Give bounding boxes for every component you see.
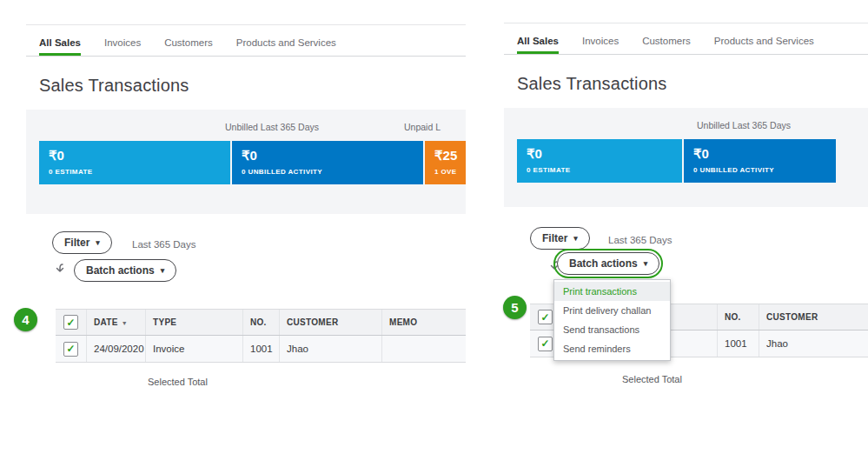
step-badge-4: 4 xyxy=(14,308,37,331)
row-checkbox[interactable]: ✓ xyxy=(538,337,553,351)
header-customer: CUSTOMER xyxy=(280,310,382,335)
overdue-label: 1 OVE xyxy=(434,168,466,176)
tab-products-and-services[interactable]: Products and Services xyxy=(714,36,814,54)
header-no: NO. xyxy=(718,304,759,330)
sales-tabs: All Sales Invoices Customers Products an… xyxy=(504,23,868,55)
money-tiles: ₹0 0 ESTIMATE ₹0 0 UNBILLED ACTIVITY xyxy=(517,139,836,183)
export-arrow-icon[interactable] xyxy=(53,262,67,276)
unbilled-label: 0 UNBILLED ACTIVITY xyxy=(693,166,826,174)
menu-item-print-delivery-challan[interactable]: Print delivery challan xyxy=(554,301,670,320)
table-row[interactable]: ✓ 24/09/2020 Invoice 1001 Jhao xyxy=(56,336,466,363)
batch-actions-button[interactable]: Batch actions ▾ xyxy=(557,252,659,275)
row-select-cell: ✓ xyxy=(56,336,87,362)
filter-button-label: Filter xyxy=(542,232,567,244)
unbilled-caption: Unbilled Last 365 Days xyxy=(225,122,319,132)
date-range-label: Last 365 Days xyxy=(132,239,196,250)
money-tiles: ₹0 0 ESTIMATE ₹0 0 UNBILLED ACTIVITY ₹25… xyxy=(39,141,466,184)
unbilled-label: 0 UNBILLED ACTIVITY xyxy=(242,168,414,176)
estimate-tile[interactable]: ₹0 0 ESTIMATE xyxy=(517,139,682,183)
chevron-down-icon: ▾ xyxy=(644,259,648,268)
sales-panel-left: All Sales Invoices Customers Products an… xyxy=(26,24,466,418)
estimate-amount: ₹0 xyxy=(49,148,221,164)
filter-button[interactable]: Filter ▾ xyxy=(52,231,112,254)
page-title: Sales Transactions xyxy=(517,74,868,94)
tab-customers[interactable]: Customers xyxy=(164,37,213,56)
menu-item-send-reminders[interactable]: Send reminders xyxy=(554,339,670,358)
sales-panel-right: All Sales Invoices Customers Products an… xyxy=(504,23,868,427)
date-range-label: Last 365 Days xyxy=(608,235,673,245)
unbilled-tile[interactable]: ₹0 0 UNBILLED ACTIVITY xyxy=(232,141,423,184)
batch-actions-button[interactable]: Batch actions ▾ xyxy=(74,259,176,282)
tab-all-sales[interactable]: All Sales xyxy=(517,36,559,54)
filter-button-label: Filter xyxy=(64,237,89,249)
tab-invoices[interactable]: Invoices xyxy=(582,36,619,54)
overdue-tile[interactable]: ₹25 1 OVE xyxy=(425,141,466,184)
money-bar: Unbilled Last 365 Days Unpaid L ₹0 0 EST… xyxy=(26,110,466,214)
select-all-cell: ✓ xyxy=(56,310,87,335)
menu-item-send-transactions[interactable]: Send transactions xyxy=(554,320,670,339)
batch-actions-label: Batch actions xyxy=(569,257,638,270)
select-all-checkbox[interactable]: ✓ xyxy=(538,310,553,324)
selected-total-label: Selected Total xyxy=(622,374,682,384)
unbilled-amount: ₹0 xyxy=(242,148,414,164)
chevron-down-icon: ▾ xyxy=(96,238,100,247)
chevron-down-icon: ▾ xyxy=(573,234,578,243)
cell-no: 1001 xyxy=(243,336,280,362)
cell-memo xyxy=(382,336,466,362)
estimate-label: 0 ESTIMATE xyxy=(527,166,673,174)
selected-total-label: Selected Total xyxy=(148,377,208,387)
filter-button[interactable]: Filter ▾ xyxy=(530,227,590,250)
header-date[interactable]: DATE▼ xyxy=(87,310,146,335)
page: All Sales Invoices Customers Products an… xyxy=(0,0,868,454)
unbilled-tile[interactable]: ₹0 0 UNBILLED ACTIVITY xyxy=(684,139,836,183)
tab-all-sales[interactable]: All Sales xyxy=(39,37,81,56)
overdue-amount: ₹25 xyxy=(434,148,466,164)
sort-caret-icon: ▼ xyxy=(122,320,128,326)
tab-customers[interactable]: Customers xyxy=(642,36,691,54)
header-type: TYPE xyxy=(146,310,243,335)
sales-tabs: All Sales Invoices Customers Products an… xyxy=(26,25,466,57)
unbilled-caption: Unbilled Last 365 Days xyxy=(697,120,791,130)
estimate-label: 0 ESTIMATE xyxy=(49,168,221,176)
header-customer: CUSTOMER xyxy=(759,304,868,330)
batch-actions-label: Batch actions xyxy=(86,264,155,277)
cell-no: 1001 xyxy=(718,330,759,357)
transactions-table: ✓ DATE▼ TYPE NO. CUSTOMER MEMO ✓ 24/09/2… xyxy=(56,309,466,363)
page-title: Sales Transactions xyxy=(39,76,466,96)
header-no: NO. xyxy=(243,310,280,335)
money-bar: Unbilled Last 365 Days ₹0 0 ESTIMATE ₹0 … xyxy=(504,108,868,207)
unbilled-amount: ₹0 xyxy=(693,146,826,162)
tab-invoices[interactable]: Invoices xyxy=(104,37,141,56)
unpaid-caption: Unpaid L xyxy=(404,122,441,132)
chevron-down-icon: ▾ xyxy=(161,266,165,275)
step-badge-5: 5 xyxy=(503,296,527,319)
cell-type: Invoice xyxy=(146,336,243,362)
highlight-ring: Batch actions ▾ xyxy=(553,249,663,278)
select-all-checkbox[interactable]: ✓ xyxy=(63,315,78,330)
menu-item-print-transactions[interactable]: Print transactions xyxy=(554,282,670,301)
row-checkbox[interactable]: ✓ xyxy=(63,342,78,357)
batch-actions-menu: Print transactions Print delivery challa… xyxy=(553,279,671,361)
cell-customer: Jhao xyxy=(759,330,868,357)
cell-customer: Jhao xyxy=(280,336,382,362)
table-header-row: ✓ DATE▼ TYPE NO. CUSTOMER MEMO xyxy=(56,309,466,336)
cell-date: 24/09/2020 xyxy=(87,336,146,362)
estimate-tile[interactable]: ₹0 0 ESTIMATE xyxy=(39,141,230,184)
estimate-amount: ₹0 xyxy=(527,146,673,162)
tab-products-and-services[interactable]: Products and Services xyxy=(236,37,336,56)
header-memo: MEMO xyxy=(382,310,466,335)
